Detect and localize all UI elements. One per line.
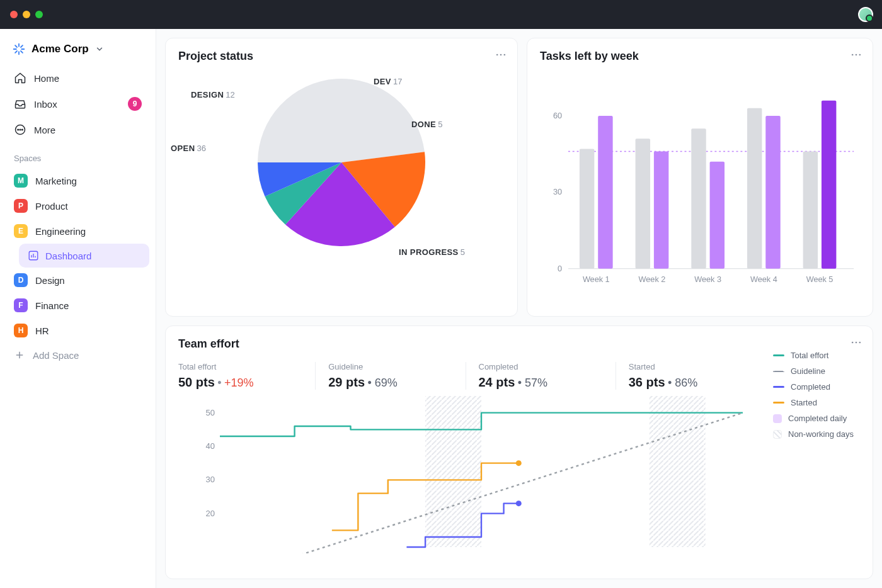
space-finance[interactable]: F Finance xyxy=(6,293,149,318)
card-project-status: Project status OPEN36 DESIGN12 DEV17 DON… xyxy=(165,38,518,317)
space-chip-icon: D xyxy=(14,273,28,287)
svg-text:0: 0 xyxy=(558,264,562,273)
svg-text:20: 20 xyxy=(206,509,215,518)
svg-rect-30 xyxy=(598,116,612,269)
svg-line-7 xyxy=(21,45,23,47)
plus-icon xyxy=(14,349,25,361)
chevron-down-icon xyxy=(95,45,104,54)
svg-rect-36 xyxy=(710,162,724,269)
card-title: Tasks left by week xyxy=(540,50,860,63)
card-team-effort: Team effort Total effort 50 pts • +19% G… xyxy=(165,325,873,579)
svg-rect-50 xyxy=(650,396,706,547)
svg-point-21 xyxy=(852,54,854,56)
home-icon xyxy=(14,72,26,84)
add-space-button[interactable]: Add Space xyxy=(6,343,149,367)
svg-rect-41 xyxy=(803,152,818,269)
svg-rect-35 xyxy=(691,128,706,269)
svg-line-4 xyxy=(15,45,17,47)
space-product[interactable]: P Product xyxy=(6,193,149,218)
space-chip-icon: P xyxy=(14,199,28,213)
dashboard-icon xyxy=(28,250,39,261)
space-label: Design xyxy=(35,275,65,286)
inbox-icon xyxy=(14,98,26,110)
svg-point-10 xyxy=(20,129,21,130)
svg-text:50: 50 xyxy=(206,408,215,417)
svg-text:30: 30 xyxy=(206,475,215,484)
nav-inbox[interactable]: Inbox 9 xyxy=(6,91,149,117)
nav-home[interactable]: Home xyxy=(6,65,149,91)
close-window-icon[interactable] xyxy=(10,11,18,18)
space-chip-icon: M xyxy=(14,174,28,188)
metric-guideline: Guideline 29 pts • 69% xyxy=(316,362,466,390)
svg-rect-29 xyxy=(580,149,594,269)
svg-point-9 xyxy=(18,129,19,130)
nav-label: More xyxy=(34,125,55,135)
card-title: Project status xyxy=(178,50,505,63)
card-menu-button[interactable] xyxy=(850,48,862,64)
minimize-window-icon[interactable] xyxy=(23,11,30,18)
metric-started: Started 36 pts • 86% xyxy=(616,362,765,390)
maximize-window-icon[interactable] xyxy=(35,11,43,18)
svg-rect-49 xyxy=(425,396,481,547)
svg-text:Week 5: Week 5 xyxy=(806,275,833,284)
workspace-logo-icon xyxy=(13,43,25,55)
space-label: Marketing xyxy=(35,176,77,186)
svg-point-56 xyxy=(516,500,522,506)
svg-text:Week 2: Week 2 xyxy=(639,275,666,284)
card-title: Team effort xyxy=(178,337,860,351)
main-content: Project status OPEN36 DESIGN12 DEV17 DON… xyxy=(156,29,882,588)
svg-point-22 xyxy=(856,54,857,56)
nav-more[interactable]: More xyxy=(6,117,149,142)
metric-completed: Completed 24 pts • 57% xyxy=(466,362,616,390)
space-label: Engineering xyxy=(35,226,86,237)
metric-total: Total effort 50 pts • +19% xyxy=(178,362,316,390)
workspace-switcher[interactable]: Acme Corp xyxy=(6,38,149,65)
workspace-name: Acme Corp xyxy=(32,43,89,55)
space-label: Finance xyxy=(35,300,69,311)
window-controls[interactable] xyxy=(10,11,43,18)
svg-rect-42 xyxy=(822,101,836,269)
svg-point-19 xyxy=(500,54,502,56)
pie-chart: OPEN36 DESIGN12 DEV17 DONE5 IN PROGRESS5 xyxy=(178,74,505,301)
ellipsis-icon xyxy=(850,48,862,61)
bar-chart: 03060Week 1Week 2Week 3Week 4Week 5 xyxy=(540,63,860,302)
space-hr[interactable]: H HR xyxy=(6,318,149,343)
dashboard-label: Dashboard xyxy=(45,251,91,261)
space-chip-icon: E xyxy=(14,224,28,238)
svg-text:60: 60 xyxy=(553,111,562,120)
svg-line-5 xyxy=(21,51,23,53)
svg-point-18 xyxy=(496,54,498,56)
svg-line-6 xyxy=(15,51,17,53)
space-design[interactable]: D Design xyxy=(6,268,149,293)
svg-rect-32 xyxy=(636,139,650,268)
svg-point-20 xyxy=(504,54,506,56)
space-marketing[interactable]: M Marketing xyxy=(6,168,149,193)
svg-rect-33 xyxy=(654,152,668,269)
svg-point-44 xyxy=(852,342,854,344)
svg-point-11 xyxy=(22,129,23,130)
ellipsis-icon xyxy=(850,336,862,349)
team-effort-legend: Total effort Guideline Completed Started… xyxy=(765,351,860,556)
ellipsis-icon xyxy=(495,48,507,61)
user-avatar[interactable] xyxy=(858,7,873,22)
svg-text:40: 40 xyxy=(206,441,215,451)
svg-point-55 xyxy=(516,460,522,466)
spaces-header: Spaces xyxy=(6,142,149,168)
svg-rect-38 xyxy=(747,108,762,269)
svg-point-23 xyxy=(859,54,861,56)
card-menu-button[interactable] xyxy=(850,336,862,351)
card-menu-button[interactable] xyxy=(495,48,507,64)
card-tasks-by-week: Tasks left by week 03060Week 1Week 2Week… xyxy=(527,38,873,317)
add-space-label: Add Space xyxy=(33,350,79,361)
sidebar: Acme Corp Home Inbox 9 More Spaces M Mar… xyxy=(0,29,156,588)
svg-point-45 xyxy=(856,342,857,344)
titlebar xyxy=(0,0,882,29)
svg-text:Week 3: Week 3 xyxy=(694,275,721,284)
nav-label: Home xyxy=(34,73,59,84)
space-engineering[interactable]: E Engineering xyxy=(6,218,149,244)
team-effort-metrics: Total effort 50 pts • +19% Guideline 29 … xyxy=(178,362,765,390)
svg-text:Week 4: Week 4 xyxy=(750,275,777,284)
sidebar-dashboard[interactable]: Dashboard xyxy=(19,244,149,268)
space-chip-icon: F xyxy=(14,298,28,312)
team-effort-chart: 20304050 xyxy=(178,390,765,553)
